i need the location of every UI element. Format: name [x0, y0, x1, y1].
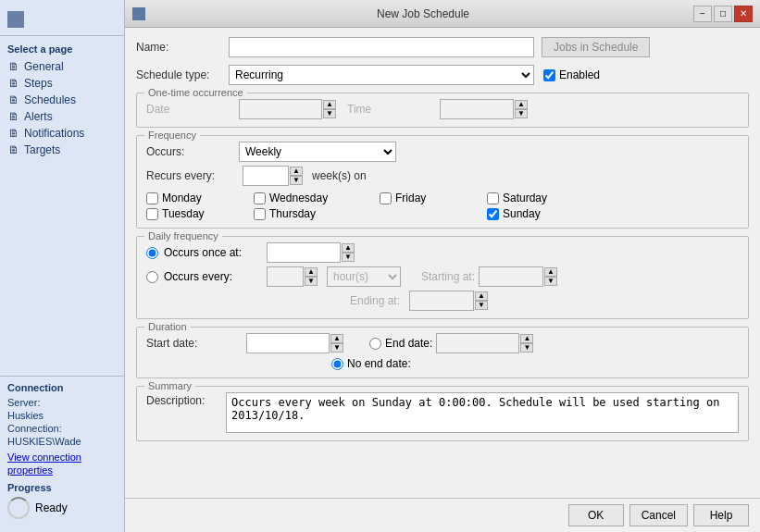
minimize-button[interactable]: −	[693, 6, 712, 22]
dialog-title: New Job Schedule	[153, 7, 693, 20]
recurs-up-btn[interactable]: ▲	[290, 167, 303, 176]
starting-down-btn: ▼	[544, 277, 557, 286]
select-page-label: Select a page	[0, 42, 124, 58]
page-icon: 🗎	[7, 93, 20, 106]
no-end-date-row: No end date:	[331, 357, 739, 370]
recurs-label: Recurs every:	[146, 169, 239, 182]
occurs-once-input[interactable]: 0:00:00	[267, 242, 341, 263]
duration-row: Start date: 2013/10/18 ▲ ▼ End date: 201…	[146, 333, 739, 353]
progress-section-label: Progress	[7, 482, 117, 493]
once-up-btn[interactable]: ▲	[342, 243, 355, 253]
every-up-btn: ▲	[305, 267, 318, 277]
date-up-btn: ▲	[323, 100, 336, 109]
wednesday-check-item: Wednesday	[254, 192, 374, 204]
sunday-checkbox[interactable]	[487, 208, 499, 220]
description-textarea[interactable]: Occurs every week on Sunday at 0:00:00. …	[226, 392, 739, 433]
friday-checkbox[interactable]	[380, 192, 392, 204]
start-date-label: Start date:	[146, 337, 239, 350]
sidebar-item-general[interactable]: 🗎 General	[0, 58, 124, 75]
server-label: Server:	[7, 397, 117, 408]
saturday-checkbox[interactable]	[487, 192, 499, 204]
duration-group: Duration Start date: 2013/10/18 ▲ ▼ End …	[136, 327, 749, 378]
sidebar-item-notifications[interactable]: 🗎 Notifications	[0, 125, 124, 142]
view-connection-link[interactable]: View connection properties	[7, 452, 81, 476]
sidebar-item-label-schedules: Schedules	[24, 93, 76, 106]
wednesday-label: Wednesday	[269, 192, 328, 204]
enabled-label: Enabled	[559, 68, 600, 81]
sidebar-header	[0, 7, 124, 36]
progress-spinner	[7, 497, 30, 519]
wednesday-checkbox[interactable]	[254, 192, 266, 204]
schedule-type-select[interactable]: Recurring	[229, 65, 534, 85]
once-down-btn[interactable]: ▼	[342, 253, 355, 262]
cancel-button[interactable]: Cancel	[629, 504, 688, 526]
time-down-btn: ▼	[515, 109, 528, 118]
sunday-label: Sunday	[503, 207, 541, 220]
ok-button[interactable]: OK	[568, 504, 624, 526]
saturday-check-item: Saturday	[487, 192, 589, 204]
progress-status: Ready	[35, 501, 68, 514]
main-dialog: New Job Schedule − □ ✕ Name: Jobs in Sch…	[125, 0, 760, 532]
start-date-down-btn[interactable]: ▼	[330, 343, 343, 353]
recurs-input[interactable]: 1	[243, 166, 289, 186]
schedule-type-label: Schedule type:	[136, 68, 229, 81]
occurs-once-row: Occurs once at: 0:00:00 ▲ ▼	[146, 242, 739, 263]
sidebar-item-targets[interactable]: 🗎 Targets	[0, 142, 124, 158]
restore-button[interactable]: □	[714, 6, 732, 22]
page-icon: 🗎	[7, 110, 20, 123]
recurs-row: Recurs every: 1 ▲ ▼ week(s) on	[146, 166, 739, 186]
help-button[interactable]: Help	[693, 504, 749, 526]
start-date-spinner[interactable]: 2013/10/18 ▲ ▼	[246, 333, 343, 353]
occurs-once-spinner[interactable]: 0:00:00 ▲ ▼	[267, 242, 355, 263]
connection-label: Connection:	[7, 423, 117, 434]
occurs-once-radio[interactable]	[146, 247, 158, 259]
server-value: Huskies	[7, 410, 117, 421]
recurs-down-btn[interactable]: ▼	[290, 176, 303, 185]
end-date-input: 2013/10/18	[436, 333, 519, 353]
sidebar-item-alerts[interactable]: 🗎 Alerts	[0, 108, 124, 125]
sidebar-item-schedules[interactable]: 🗎 Schedules	[0, 92, 124, 108]
monday-check-item: Monday	[146, 192, 248, 204]
tuesday-checkbox[interactable]	[146, 208, 158, 220]
monday-checkbox[interactable]	[146, 192, 158, 204]
week-suffix-label: week(s) on	[312, 169, 367, 182]
end-date-radio[interactable]	[369, 338, 381, 350]
jobs-in-schedule-button[interactable]: Jobs in Schedule	[542, 37, 650, 57]
no-end-date-label: No end date:	[347, 357, 411, 370]
thursday-label: Thursday	[269, 207, 316, 220]
tuesday-label: Tuesday	[162, 207, 205, 220]
starting-at-group: Starting at: 0:00:00 ▲ ▼	[421, 266, 557, 287]
summary-legend: Summary	[144, 380, 195, 391]
thursday-checkbox[interactable]	[254, 208, 266, 220]
start-date-up-btn[interactable]: ▲	[330, 334, 343, 343]
time-label: Time	[347, 103, 440, 116]
start-date-input[interactable]: 2013/10/18	[246, 333, 330, 353]
dialog-content: Name: Jobs in Schedule Schedule type: Re…	[125, 28, 760, 498]
connection-section-label: Connection	[7, 382, 117, 393]
one-time-row: Date 2013/10/18 ▲ ▼ Time 23:16:08 ▲ ▼	[146, 99, 739, 119]
summary-group: Summary Description: Occurs every week o…	[136, 386, 749, 441]
sidebar-item-label-notifications: Notifications	[24, 127, 84, 140]
title-bar: New Job Schedule − □ ✕	[125, 0, 760, 28]
duration-legend: Duration	[144, 321, 191, 332]
description-row: Description: Occurs every week on Sunday…	[146, 392, 739, 433]
sidebar-item-label-steps: Steps	[24, 77, 53, 90]
close-button[interactable]: ✕	[734, 6, 753, 22]
occurs-every-radio[interactable]	[146, 271, 158, 283]
saturday-label: Saturday	[503, 192, 547, 204]
connection-value: HUSKIES\Wade	[7, 436, 117, 447]
enabled-checkbox[interactable]	[543, 69, 555, 81]
sidebar-item-label-general: General	[24, 60, 64, 73]
date-spinner: 2013/10/18 ▲ ▼	[239, 99, 336, 119]
occurs-select[interactable]: Daily Weekly Monthly	[239, 142, 396, 162]
no-end-date-radio[interactable]	[331, 358, 343, 370]
sidebar-bottom: Connection Server: Huskies Connection: H…	[0, 376, 124, 525]
recurs-spinner[interactable]: 1 ▲ ▼	[243, 166, 303, 186]
occurs-once-label: Occurs once at:	[164, 246, 261, 259]
sidebar-item-steps[interactable]: 🗎 Steps	[0, 75, 124, 92]
time-spinner: 23:16:08 ▲ ▼	[440, 99, 528, 119]
name-input[interactable]	[229, 37, 534, 57]
ending-at-row: Ending at: 23:59:59 ▲ ▼	[350, 291, 739, 311]
ending-down-btn: ▼	[475, 301, 488, 310]
ending-at-input: 23:59:59	[409, 291, 474, 311]
